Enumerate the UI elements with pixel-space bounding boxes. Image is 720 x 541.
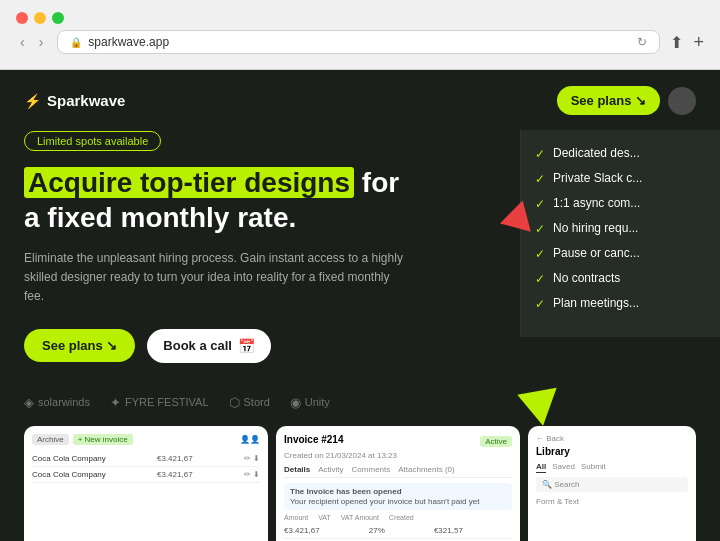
arrow-green-decoration	[517, 388, 562, 429]
library-search[interactable]: 🔍 Search	[536, 477, 688, 492]
website-content: ⚡ Sparkwave See plans ↘ Limited spots av…	[0, 70, 720, 541]
reload-icon: ↻	[637, 35, 647, 49]
hero-subtitle: Eliminate the unpleasant hiring process.…	[24, 249, 404, 307]
logo-text: Sparkwave	[47, 92, 125, 109]
back-link[interactable]: ← Back	[536, 434, 688, 443]
company-logos: ◈ solarwinds ✦ FYRE FESTIVAL ⬡ Stord ◉ U…	[24, 395, 496, 410]
hero-see-plans-button[interactable]: See plans ↘	[24, 329, 135, 362]
library-title: Library	[536, 446, 688, 457]
tab-comments[interactable]: Comments	[352, 465, 391, 474]
col-vat: VAT	[318, 514, 331, 521]
check-icon: ✓	[535, 247, 545, 261]
library-section: Form & Text	[536, 497, 688, 506]
browser-chrome: ‹ › 🔒 sparkwave.app ↻ ⬆ +	[0, 0, 720, 70]
col-amount: Amount	[284, 514, 308, 521]
invoice-amount-row: €3.421,67 27% €321,57	[284, 523, 512, 539]
row2-value: €3.421,67	[157, 470, 193, 479]
tab-all[interactable]: All	[536, 462, 546, 473]
check-icon: ✓	[535, 147, 545, 161]
new-invoice-tag: + New invoice	[73, 434, 133, 445]
row2-actions: ✏ ⬇	[244, 470, 260, 479]
lock-icon: 🔒	[70, 37, 82, 48]
feature-item: ✓ No contracts	[535, 271, 706, 286]
logo-icon: ⚡	[24, 93, 41, 109]
invoice-row-2: Coca Cola Company €3.421,67 ✏ ⬇	[32, 467, 260, 483]
badge: Limited spots available	[24, 131, 161, 151]
feature-item: ✓ 1:1 async com...	[535, 196, 706, 211]
avatar[interactable]	[668, 87, 696, 115]
invoice-created: Created on 21/03/2024 at 13:23	[284, 451, 512, 460]
tab-details[interactable]: Details	[284, 465, 310, 474]
logo-fyre: ✦ FYRE FESTIVAL	[110, 395, 209, 410]
book-call-label: Book a call	[163, 338, 232, 353]
hero-title-highlight: Acquire top-tier designs	[24, 167, 354, 198]
feature-item: ✓ No hiring requ...	[535, 221, 706, 236]
invoice-id: Invoice #214	[284, 434, 343, 445]
col-created: Created	[389, 514, 414, 521]
hero-book-call-button[interactable]: Book a call 📅	[147, 329, 271, 363]
logo-unity: ◉ Unity	[290, 395, 330, 410]
hero-title: Acquire top-tier designs fora fixed mont…	[24, 165, 496, 235]
invoice-notice: The Invoice has been opened Your recipie…	[284, 483, 512, 510]
new-tab-button[interactable]: +	[693, 32, 704, 53]
tab-submit[interactable]: Submit	[581, 462, 606, 473]
check-icon: ✓	[535, 172, 545, 186]
cta-buttons: See plans ↘ Book a call 📅	[24, 329, 496, 363]
col-vat-amount: VAT Amount	[341, 514, 379, 521]
share-button[interactable]: ⬆	[670, 33, 683, 52]
archive-tag: Archive	[32, 434, 69, 445]
calendar-icon: 📅	[238, 338, 255, 354]
nav-see-plans-button[interactable]: See plans ↘	[557, 86, 660, 115]
site-logo: ⚡ Sparkwave	[24, 92, 125, 109]
card-header: Archive + New invoice 👤👤	[32, 434, 260, 445]
invoice-status: Active	[480, 436, 512, 447]
tab-activity[interactable]: Activity	[318, 465, 343, 474]
logo-solarwinds: ◈ solarwinds	[24, 395, 90, 410]
address-bar[interactable]: 🔒 sparkwave.app ↻	[57, 30, 660, 54]
invoice-list-card: Archive + New invoice 👤👤 Coca Cola Compa…	[24, 426, 268, 541]
feature-item: ✓ Pause or canc...	[535, 246, 706, 261]
invoice-tabs: Details Activity Comments Attachments (0…	[284, 465, 512, 478]
feature-item: ✓ Private Slack c...	[535, 171, 706, 186]
row1-actions: ✏ ⬇	[244, 454, 260, 463]
check-icon: ✓	[535, 222, 545, 236]
library-card: ← Back Library All Saved Submit 🔍 Search…	[528, 426, 696, 541]
check-icon: ✓	[535, 297, 545, 311]
forward-button[interactable]: ›	[35, 32, 48, 52]
features-panel: ✓ Dedicated des... ✓ Private Slack c... …	[520, 130, 720, 337]
feature-item: ✓ Dedicated des...	[535, 146, 706, 161]
site-nav: ⚡ Sparkwave See plans ↘	[0, 70, 720, 131]
invoice-detail-card: Invoice #214 Active Created on 21/03/202…	[276, 426, 520, 541]
nav-right: See plans ↘	[557, 86, 696, 115]
avatar-group: 👤👤	[240, 435, 260, 444]
traffic-light-red[interactable]	[16, 12, 28, 24]
check-icon: ✓	[535, 272, 545, 286]
hero-section: Limited spots available Acquire top-tier…	[0, 131, 520, 410]
traffic-light-yellow[interactable]	[34, 12, 46, 24]
invoice-table-header: Amount VAT VAT Amount Created	[284, 514, 512, 521]
invoice-row-1: Coca Cola Company €3.421,67 ✏ ⬇	[32, 451, 260, 467]
logo-stord: ⬡ Stord	[229, 395, 270, 410]
feature-item: ✓ Plan meetings...	[535, 296, 706, 311]
url-text: sparkwave.app	[88, 35, 169, 49]
tab-attachments[interactable]: Attachments (0)	[398, 465, 454, 474]
traffic-light-green[interactable]	[52, 12, 64, 24]
back-button[interactable]: ‹	[16, 32, 29, 52]
row1-value: €3.421,67	[157, 454, 193, 463]
bottom-screenshots: Archive + New invoice 👤👤 Coca Cola Compa…	[0, 426, 720, 541]
tab-saved[interactable]: Saved	[552, 462, 575, 473]
